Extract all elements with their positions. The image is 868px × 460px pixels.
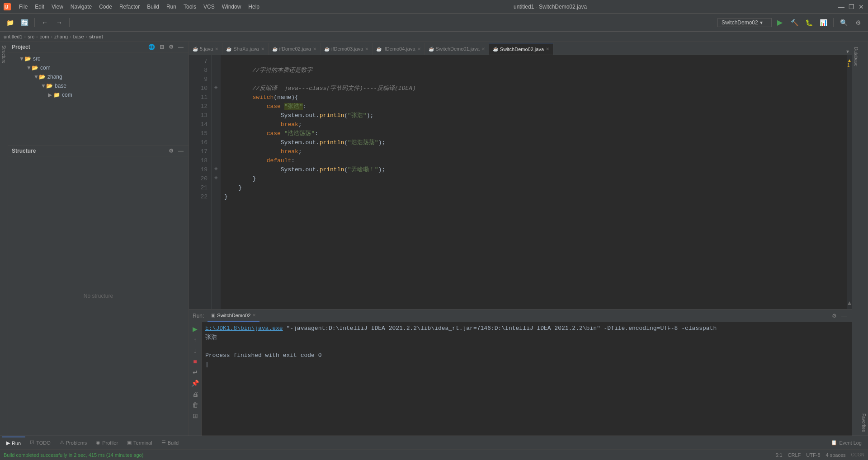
tab-ifdome02[interactable]: ☕ ifDome02.java ✕: [269, 43, 321, 55]
breadcrumb-item-3[interactable]: zhang: [54, 34, 68, 39]
run-stop-button[interactable]: ■: [190, 357, 200, 366]
tab-switchdemo02[interactable]: ☕ SwitchDemo02.java ✕: [489, 43, 553, 55]
menu-run[interactable]: Run: [164, 3, 179, 11]
breadcrumb-item-2[interactable]: com: [40, 34, 49, 39]
tab-icon-shuxu: ☕: [226, 47, 231, 52]
run-panel-hide-icon[interactable]: —: [840, 312, 848, 319]
menu-code[interactable]: Code: [96, 3, 115, 11]
menu-build[interactable]: Build: [144, 3, 162, 11]
structure-side-label[interactable]: Structure: [0, 42, 7, 67]
run-tab-icon: ▶: [6, 440, 10, 446]
status-bar: Build completed successfully in 2 sec, 4…: [0, 449, 868, 460]
bottom-tab-profiler[interactable]: ◉ Profiler: [91, 437, 123, 449]
maximize-button[interactable]: ❐: [848, 4, 854, 10]
breadcrumb-item-1[interactable]: src: [28, 34, 34, 39]
tab-shuxu[interactable]: ☕ ShuXu.java ✕: [222, 43, 268, 55]
run-java-exe-link[interactable]: E:\JDK1.8\bin\java.exe: [205, 325, 283, 332]
toolbar-sep2: [69, 18, 70, 27]
tree-item-com[interactable]: ▼ 📂 com: [8, 63, 189, 72]
run-expand-button[interactable]: ⊞: [190, 411, 200, 421]
run-panel-settings-icon[interactable]: ⚙: [830, 312, 838, 319]
tree-item-base[interactable]: ▼ 📂 base: [8, 81, 189, 90]
minimize-button[interactable]: —: [838, 4, 844, 10]
tab-close-switchdemo02[interactable]: ✕: [546, 47, 549, 52]
tab-ifdemo04[interactable]: ☕ ifDemo04.java ✕: [373, 43, 425, 55]
debug-button[interactable]: 🐛: [802, 16, 815, 29]
run-scroll-up-button[interactable]: ↑: [190, 335, 200, 345]
run-tab-label: SwitchDemo02: [217, 313, 250, 318]
menu-refactor[interactable]: Refactor: [117, 3, 142, 11]
run-pin-button[interactable]: 📌: [190, 378, 200, 388]
breadcrumb-item-0[interactable]: untitled1: [4, 34, 23, 39]
tab-switchdemo01[interactable]: ☕ SwitchDemo01.java ✕: [425, 43, 489, 55]
main-layout: Structure Project 🌐 ⊟ ⚙ — ▼ 📂 src: [0, 42, 868, 436]
project-hide-icon[interactable]: —: [177, 43, 185, 51]
menu-tools[interactable]: Tools: [181, 3, 199, 11]
run-tab-close-icon[interactable]: ✕: [252, 313, 256, 318]
project-scope-icon[interactable]: 🌐: [147, 43, 156, 51]
build-icon: ☰: [161, 440, 166, 446]
run-output[interactable]: E:\JDK1.8\bin\java.exe "-javaagent:D:\In…: [202, 322, 852, 436]
project-settings-icon[interactable]: ⚙: [167, 43, 175, 51]
menu-vcs[interactable]: VCS: [201, 3, 217, 11]
close-button[interactable]: ✕: [858, 4, 864, 10]
cursor-position[interactable]: 5:1: [775, 452, 782, 458]
tab-close-ifdemo03[interactable]: ✕: [365, 47, 368, 52]
bottom-tab-build[interactable]: ☰ Build: [157, 437, 183, 449]
terminal-label: Terminal: [133, 440, 152, 446]
bottom-tab-run[interactable]: ▶ Run: [2, 437, 25, 449]
settings-icon[interactable]: ⚙: [852, 16, 864, 29]
tab-5java[interactable]: ☕ 5.java ✕: [189, 43, 222, 55]
run-print-button[interactable]: 🖨: [190, 389, 200, 399]
run-delete-button[interactable]: 🗑: [190, 400, 200, 410]
database-panel-button[interactable]: Database: [853, 43, 859, 70]
line-ending[interactable]: CRLF: [788, 452, 801, 458]
favorites-label[interactable]: Favorites: [860, 410, 867, 436]
run-rerun-button[interactable]: ▶: [190, 324, 200, 334]
menu-window[interactable]: Window: [219, 3, 244, 11]
tabs-overflow-chevron[interactable]: ▾: [844, 48, 852, 55]
indent-setting[interactable]: 4 spaces: [826, 452, 846, 458]
tree-item-com2[interactable]: ▶ 📁 com: [8, 90, 189, 99]
coverage-button[interactable]: 📊: [817, 16, 830, 29]
run-wrap-button[interactable]: ↵: [190, 367, 200, 377]
run-config-selector[interactable]: SwitchDemo02 ▾: [717, 18, 772, 27]
search-everywhere-icon[interactable]: 🔍: [837, 16, 850, 29]
structure-settings-icon[interactable]: ⚙: [167, 147, 175, 155]
bottom-tab-todo[interactable]: ☑ TODO: [25, 437, 55, 449]
tab-close-ifdome02[interactable]: ✕: [313, 47, 316, 52]
run-scroll-down-button[interactable]: ↓: [190, 346, 200, 356]
breadcrumb-item-5[interactable]: struct: [89, 34, 103, 39]
tab-ifdemo03[interactable]: ☕ ifDemo03.java ✕: [321, 43, 373, 55]
tree-item-src[interactable]: ▼ 📂 src: [8, 54, 189, 63]
toolbar-project-icon[interactable]: 📁: [4, 16, 16, 29]
event-log-button[interactable]: 📋 Event Log: [826, 437, 866, 449]
status-right: 5:1 CRLF UTF-8 4 spaces CCGN: [775, 452, 864, 458]
build-button[interactable]: 🔨: [788, 16, 801, 29]
run-button[interactable]: ▶: [774, 16, 786, 29]
toolbar-sync-icon[interactable]: 🔄: [18, 16, 31, 29]
menu-edit[interactable]: Edit: [32, 3, 47, 11]
code-content[interactable]: //字符的本质还是数字 //反编译 java---class(字节码文件)---…: [221, 55, 847, 309]
tab-close-5java[interactable]: ✕: [215, 47, 218, 52]
tab-close-switchdemo01[interactable]: ✕: [481, 47, 485, 52]
bottom-tab-problems[interactable]: ⚠ Problems: [55, 437, 91, 449]
run-tab-switchdemo02[interactable]: ▣ SwitchDemo02 ✕: [208, 310, 259, 322]
file-encoding[interactable]: UTF-8: [806, 452, 820, 458]
menu-view[interactable]: View: [49, 3, 66, 11]
menu-navigate[interactable]: Navigate: [68, 3, 94, 11]
tab-close-shuxu[interactable]: ✕: [261, 47, 264, 52]
folder-icon-src: 📂: [24, 56, 31, 62]
tree-item-zhang[interactable]: ▼ 📂 zhang: [8, 72, 189, 81]
structure-hide-icon[interactable]: —: [177, 147, 185, 155]
project-collapse-all-icon[interactable]: ⊟: [158, 43, 165, 51]
menu-file[interactable]: File: [16, 3, 30, 11]
toolbar-back-icon[interactable]: ←: [38, 16, 51, 29]
breadcrumb-item-4[interactable]: base: [73, 34, 84, 39]
tab-close-ifdemo04[interactable]: ✕: [417, 47, 421, 52]
toolbar-forward-icon[interactable]: →: [53, 16, 66, 29]
event-log-label: Event Log: [839, 440, 862, 446]
line-numbers: 7 8 9 10 11 12 13 14 15 16 17 18 19 20 2…: [189, 55, 212, 309]
bottom-tab-terminal[interactable]: ▣ Terminal: [123, 437, 157, 449]
menu-help[interactable]: Help: [245, 3, 262, 11]
